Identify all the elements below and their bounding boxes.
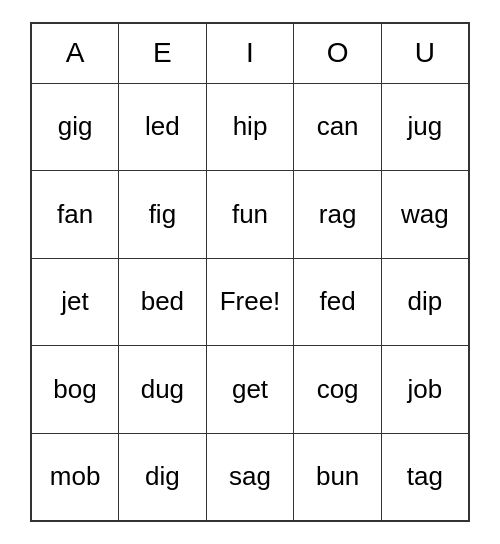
cell-4-4: tag	[381, 433, 469, 521]
header-a: A	[31, 23, 119, 83]
cell-4-0: mob	[31, 433, 119, 521]
header-u: U	[381, 23, 469, 83]
cell-3-2: get	[206, 346, 294, 434]
cell-2-3: fed	[294, 258, 382, 346]
cell-4-2: sag	[206, 433, 294, 521]
row-2: jetbedFree!feddip	[31, 258, 469, 346]
row-4: mobdigsagbuntag	[31, 433, 469, 521]
cell-1-4: wag	[381, 171, 469, 259]
bingo-card: AEIOU gigledhipcanjugfanfigfunragwagjetb…	[30, 22, 470, 522]
cell-4-1: dig	[119, 433, 207, 521]
header-i: I	[206, 23, 294, 83]
header-row: AEIOU	[31, 23, 469, 83]
cell-1-1: fig	[119, 171, 207, 259]
cell-3-4: job	[381, 346, 469, 434]
cell-0-2: hip	[206, 83, 294, 171]
cell-0-4: jug	[381, 83, 469, 171]
cell-2-2: Free!	[206, 258, 294, 346]
row-1: fanfigfunragwag	[31, 171, 469, 259]
header-o: O	[294, 23, 382, 83]
cell-0-3: can	[294, 83, 382, 171]
row-3: bogduggetcogjob	[31, 346, 469, 434]
row-0: gigledhipcanjug	[31, 83, 469, 171]
cell-0-0: gig	[31, 83, 119, 171]
cell-2-4: dip	[381, 258, 469, 346]
cell-1-2: fun	[206, 171, 294, 259]
header-e: E	[119, 23, 207, 83]
cell-1-0: fan	[31, 171, 119, 259]
cell-2-0: jet	[31, 258, 119, 346]
cell-3-0: bog	[31, 346, 119, 434]
cell-3-3: cog	[294, 346, 382, 434]
cell-1-3: rag	[294, 171, 382, 259]
cell-4-3: bun	[294, 433, 382, 521]
cell-0-1: led	[119, 83, 207, 171]
cell-3-1: dug	[119, 346, 207, 434]
cell-2-1: bed	[119, 258, 207, 346]
